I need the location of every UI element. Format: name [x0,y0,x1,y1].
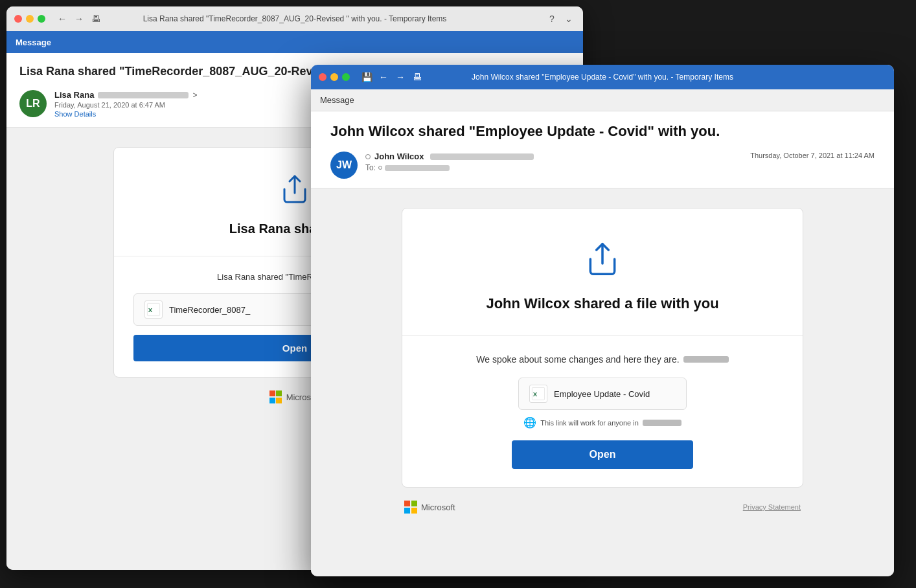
window2-forward-button[interactable]: → [394,71,407,84]
window2: 💾 ← → 🖶 John Wilcox shared "Employee Upd… [311,65,894,576]
window2-to-dot [378,166,382,170]
window1-titlebar: ← → 🖶 Lisa Rana shared "TimeRecorder_808… [6,6,583,31]
window2-ms-brand: Microsoft [404,501,455,514]
window1-share-icon [279,174,310,211]
window2-privacy-link[interactable]: Privacy Statement [743,503,801,511]
window1-topbar-label: Message [16,38,51,47]
svg-text:X: X [148,306,153,313]
window1-sender-email-blurred [98,92,189,98]
window2-sender-date: Thursday, October 7, 2021 at 11:24 AM [750,152,875,159]
window1-topbar: Message [6,31,583,53]
globe-icon: 🌐 [523,416,536,429]
window2-close-button[interactable] [319,73,326,81]
window2-titlebar: 💾 ← → 🖶 John Wilcox shared "Employee Upd… [311,65,894,89]
window1-excel-icon: X [144,300,163,319]
window2-topbar-label: Message [320,95,354,105]
window1-avatar: LR [19,90,47,117]
window2-maximize-button[interactable] [342,73,350,81]
window2-title: John Wilcox shared "Employee Update - Co… [472,73,733,82]
window2-open-button[interactable]: Open [512,440,693,469]
traffic-lights [14,15,45,23]
window2-card-body: We spoke about some changes and here the… [402,336,803,487]
window2-sender-email-blurred [430,153,534,160]
window2-avatar: JW [330,152,358,179]
window2-ms-label: Microsoft [421,503,455,512]
window2-message-blurred [683,356,729,363]
window2-traffic-lights [319,73,350,81]
window2-email-subject: John Wilcox shared "Employee Update - Co… [311,111,894,146]
window2-excel-icon: X [529,385,547,403]
window2-sender-name-row: John Wilcox [365,152,742,161]
window2-sender-name: John Wilcox [374,152,424,161]
window2-file-attachment: X Employee Update - Covid [518,378,687,410]
window1-ms-logo [269,390,282,403]
window2-email-body: John Wilcox shared a file with you We sp… [311,188,894,576]
window2-online-dot [365,154,371,159]
window2-email-card: John Wilcox shared a file with you We sp… [402,208,803,488]
window2-link-blurred [643,420,681,426]
minimize-button[interactable] [26,15,34,23]
window2-topbar: Message [311,89,894,111]
forward-button[interactable]: → [73,12,86,25]
window2-share-title: John Wilcox shared a file with you [486,295,718,312]
window1-sender-name: Lisa Rana [54,90,94,100]
window2-save-icon[interactable]: 💾 [360,71,373,84]
window2-minimize-button[interactable] [330,73,338,81]
window1-file-name: TimeRecorder_8087_ [169,305,250,315]
print-icon[interactable]: 🖶 [89,12,102,25]
window2-titlebar-nav-icons: 💾 ← → 🖶 [360,71,424,84]
window2-print-icon[interactable]: 🖶 [411,71,424,84]
window2-sender-info: John Wilcox To: [365,152,742,172]
titlebar-nav-icons: ← → 🖶 [56,12,102,25]
window2-ms-logo [404,501,417,514]
window1-title: Lisa Rana shared "TimeRecorder_8087_AUG_… [143,14,447,23]
window2-card-message: We spoke about some changes and here the… [476,354,728,365]
window2-to-row: To: [365,163,742,172]
window2-footer: Microsoft Privacy Statement [402,501,803,514]
window2-card-top: John Wilcox shared a file with you [402,209,803,336]
maximize-button[interactable] [38,15,45,23]
window2-to-blurred [385,165,450,171]
window2-sender-row: JW John Wilcox To: Thursday, October 7, … [311,146,894,188]
chevron-down-icon[interactable]: ⌄ [562,12,575,25]
window2-share-icon [584,241,621,285]
window2-file-name: Employee Update - Covid [554,389,650,399]
help-button[interactable]: ? [545,12,558,25]
window2-link-info: 🌐 This link will work for anyone in [523,416,681,429]
back-button[interactable]: ← [56,12,69,25]
window2-back-button[interactable]: ← [377,71,390,84]
svg-text:X: X [533,390,538,398]
close-button[interactable] [14,15,22,23]
